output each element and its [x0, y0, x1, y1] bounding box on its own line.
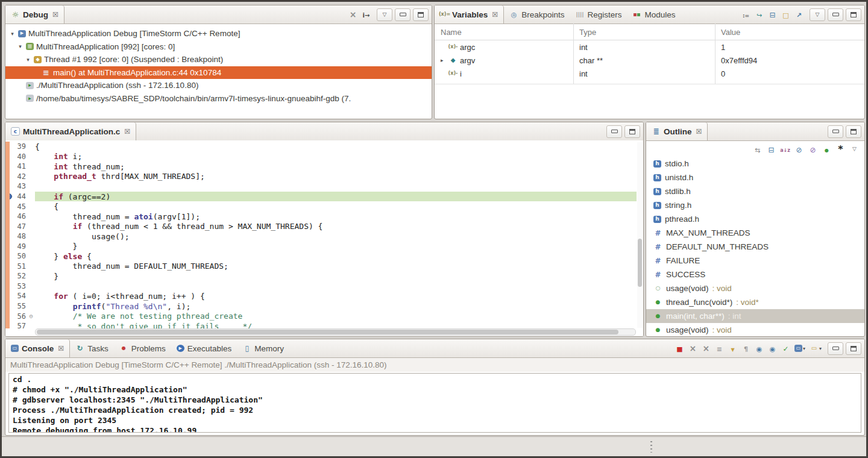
code-line[interactable]: 53 [5, 281, 637, 292]
hide-fields-button[interactable]: ⊘ [794, 144, 804, 155]
outline-item[interactable]: ○usage(void) : void [646, 281, 864, 295]
open-console-button[interactable]: ▭▾ [794, 345, 805, 352]
maximize-button[interactable] [846, 125, 861, 138]
tab-outline[interactable]: ≣Outline☒ [646, 122, 708, 140]
code-line[interactable]: 52 } [5, 271, 637, 281]
close-tab-icon[interactable]: ☒ [124, 128, 130, 136]
sort-button[interactable]: a↓z [781, 143, 790, 155]
pin-view-button[interactable]: □ [781, 9, 790, 20]
tab-breakpoints[interactable]: ◎Breakpoints [504, 5, 570, 24]
tab-memory[interactable]: ▯Memory [237, 339, 289, 357]
outline-item[interactable]: ●thread_func(void*) : void* [646, 295, 864, 309]
close-tab-icon[interactable]: ☒ [58, 345, 64, 353]
outline-item[interactable]: #MAX_NUM_THREADS [646, 226, 864, 240]
variable-row[interactable]: (x)-argcint1 [435, 40, 864, 54]
code-line[interactable]: 39{ [5, 142, 637, 152]
tab-registers[interactable]: ||||Registers [570, 5, 627, 24]
close-tab-icon[interactable]: ☒ [696, 128, 702, 136]
tab-debug[interactable]: ☼Debug☒ [5, 5, 64, 24]
tab-problems[interactable]: ●Problems [114, 339, 171, 357]
debug-tree-item[interactable]: ▾▶MultiThreadApplication Debug [TimeStor… [5, 27, 432, 40]
outline-item[interactable]: hstdlib.h [646, 184, 864, 198]
trim-drag-handle[interactable] [650, 441, 652, 453]
code-line[interactable]: 54 for ( i=0; i<thread_num; i++ ) { [5, 291, 637, 301]
new-console-view-button[interactable]: ▭▾ [810, 344, 822, 353]
debug-tree-item[interactable]: ≡main() at MultiThreadApplication.c:44 0… [5, 66, 432, 80]
code-line[interactable]: 49 } [5, 241, 637, 251]
maximize-button[interactable] [846, 8, 861, 21]
tab-variables[interactable]: (x)=Variables☒ [435, 5, 504, 24]
terminate-button[interactable]: ■ [675, 343, 684, 354]
expander-open-icon[interactable]: ▾ [17, 43, 24, 49]
pin-console-button[interactable]: ◉ [755, 343, 764, 354]
console-output[interactable]: cd .# chmod +x "./MultiThreadApplication… [8, 373, 861, 433]
maximize-button[interactable] [846, 342, 861, 355]
code-line[interactable]: 50 } else { [5, 251, 637, 262]
clear-console-button[interactable]: ≡ [715, 343, 724, 354]
code-line[interactable]: 57 * so don't give up if it fails */ [5, 321, 637, 328]
show-logical-structure-button[interactable]: ↪ [755, 9, 764, 20]
tab-executables[interactable]: ▶Executables [171, 339, 237, 357]
tab-console[interactable]: ▭Console☒ [5, 339, 70, 357]
close-tab-icon[interactable]: ☒ [492, 11, 498, 19]
column-divider[interactable] [715, 24, 715, 84]
expander-closed-icon[interactable]: ▸ [441, 57, 446, 63]
minimize-button[interactable] [395, 8, 410, 21]
column-header-value[interactable]: Value [715, 28, 740, 37]
outline-item[interactable]: #FAILURE [646, 254, 864, 268]
view-menu-button[interactable]: ▽ [850, 145, 859, 154]
variable-row[interactable]: (x)-iint0 [435, 67, 864, 80]
word-wrap-button[interactable]: ¶ [741, 343, 750, 354]
hide-inactive-button[interactable]: * [836, 144, 845, 155]
expander-open-icon[interactable]: ▾ [9, 31, 16, 37]
open-new-view-button[interactable]: ↗ [794, 9, 804, 20]
scrollbar-thumb[interactable] [638, 239, 642, 287]
outline-item[interactable]: #SUCCESS [646, 268, 864, 281]
tab-modules[interactable]: Modules [627, 5, 681, 24]
remove-all-terminated-button[interactable]: × [702, 343, 711, 354]
code-line[interactable]: 45 { [5, 201, 637, 212]
code-line[interactable]: 46 thread_num = atoi(argv[1]); [5, 212, 637, 222]
code-line[interactable]: 44 if (argc==2) [5, 192, 637, 202]
code-line[interactable]: 56⊖ /* We are not testing pthread_create [5, 311, 637, 321]
scroll-lock-button[interactable]: ▼ [728, 343, 737, 354]
remove-all-terminated-button[interactable]: × [348, 9, 357, 20]
view-menu-button[interactable]: ▽ [377, 8, 392, 21]
debug-tree-item[interactable]: ▾◆Thread #1 992 [core: 0] (Suspended : B… [5, 53, 432, 66]
view-menu-button[interactable]: ▽ [810, 8, 825, 21]
maximize-button[interactable] [624, 125, 640, 138]
outline-item[interactable]: ●main(int, char**) : int [646, 309, 864, 323]
remove-launch-button[interactable]: × [688, 343, 697, 354]
hide-static-button[interactable]: ⊘ [808, 144, 817, 155]
tab-tasks[interactable]: ↻Tasks [70, 339, 114, 357]
expander-open-icon[interactable]: ▾ [25, 57, 31, 63]
variable-row[interactable]: ▸◆argvchar **0x7efffd94 [435, 54, 864, 67]
column-header-name[interactable]: Name [435, 28, 573, 37]
outline-item[interactable]: hstdio.h [646, 157, 864, 171]
outline-item[interactable]: hunistd.h [646, 171, 864, 184]
minimize-button[interactable] [828, 125, 843, 138]
maximize-button[interactable] [413, 8, 429, 21]
horizontal-scrollbar[interactable] [35, 328, 636, 336]
outline-item[interactable]: hpthread.h [646, 212, 864, 226]
debug-tree-item[interactable]: ▸/home/babu/timesys/SABRE_SDP/toolchain/… [5, 92, 432, 105]
display-selected-console-button[interactable]: ✓ [781, 343, 790, 354]
code-line[interactable]: 41 int thread_num; [5, 162, 637, 172]
code-line[interactable]: 42 pthread_t thrd[MAX_NUM_THREADS]; [5, 172, 637, 182]
column-divider[interactable] [573, 24, 574, 84]
link-with-editor-button[interactable]: ⇆ [753, 144, 762, 155]
outline-item[interactable]: hstring.h [646, 198, 864, 212]
collapse-all-button[interactable]: ⊟ [768, 9, 777, 20]
outline-item[interactable]: ●usage(void) : void [646, 323, 864, 336]
fold-collapse-icon[interactable]: ⊖ [27, 313, 35, 319]
scrollbar-thumb[interactable] [37, 330, 618, 334]
collapse-all-button[interactable]: ⊟ [767, 144, 776, 155]
minimize-button[interactable] [828, 342, 843, 355]
outline-item[interactable]: #DEFAULT_NUM_THREADS [646, 240, 864, 254]
code-line[interactable]: 47 if (thread_num < 1 && thread_num > MA… [5, 221, 637, 231]
instruction-stepping-button[interactable]: i→ [362, 9, 371, 20]
code-line[interactable]: 51 thread_num = DEFAULT_NUM_THREADS; [5, 262, 637, 272]
minimize-button[interactable] [828, 8, 843, 21]
code-line[interactable]: 55 printf("Thread %d\n", i); [5, 301, 637, 312]
show-type-names-button[interactable]: := [741, 9, 750, 20]
